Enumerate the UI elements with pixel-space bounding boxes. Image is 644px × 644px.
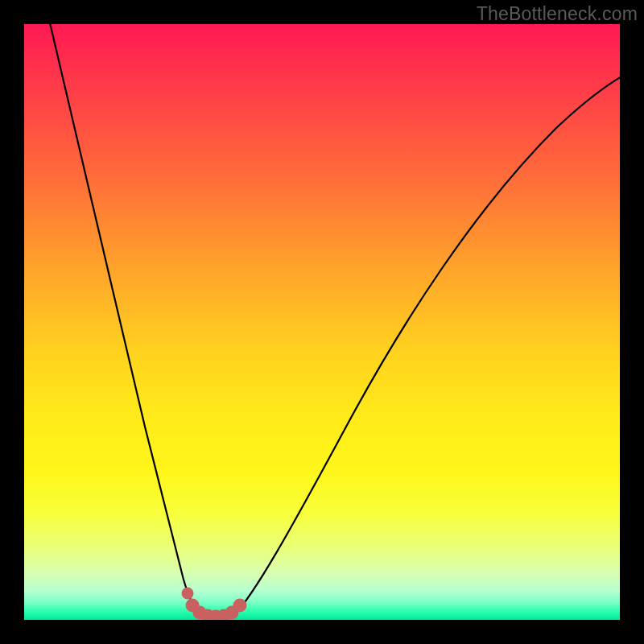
marker-dot (233, 599, 247, 613)
bottleneck-curve-left (48, 24, 201, 616)
watermark-text: TheBottleneck.com (477, 3, 638, 25)
plot-area (24, 24, 620, 620)
curve-layer (24, 24, 620, 620)
highlight-dots (182, 588, 247, 621)
bottleneck-curve-right (233, 68, 620, 616)
chart-stage: TheBottleneck.com (0, 0, 644, 644)
marker-dot (182, 588, 194, 600)
